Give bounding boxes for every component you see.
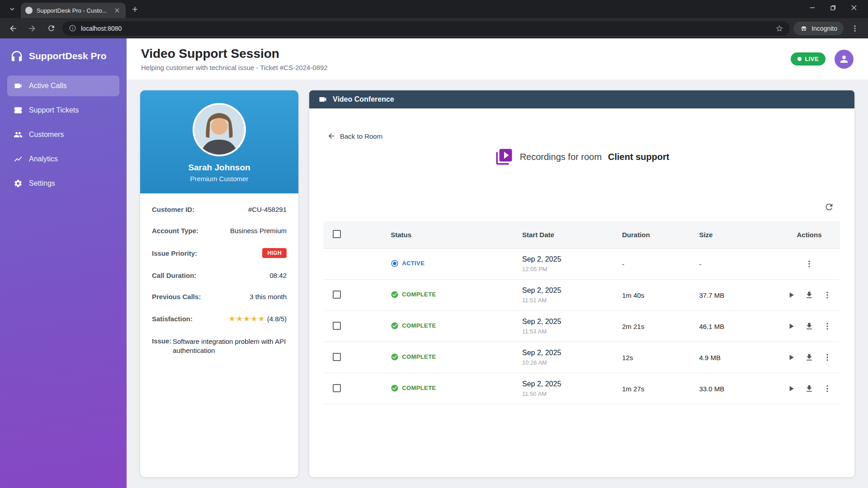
- minimize-button[interactable]: [802, 0, 823, 15]
- download-icon: [805, 322, 814, 331]
- status-label: COMPLETE: [402, 353, 436, 360]
- table-row: COMPLETE Sep 2, 2025 11:53 AM 2m 21s 46.…: [324, 311, 840, 342]
- customer-fields: Customer ID: #CU-458291 Account Type: Bu…: [140, 193, 298, 371]
- more-button[interactable]: [820, 381, 835, 396]
- play-button[interactable]: [784, 288, 798, 302]
- row-checkbox[interactable]: [333, 291, 341, 299]
- play-button[interactable]: [784, 381, 798, 396]
- recording-size: -: [693, 249, 778, 280]
- conference-panel: Video Conference Back to Room Recordings…: [309, 90, 854, 477]
- row-checkbox[interactable]: [333, 384, 341, 392]
- restore-button[interactable]: [823, 0, 844, 15]
- recordings-table: Status Start Date Duration Size Actions: [324, 221, 840, 404]
- sidebar-item-customers[interactable]: Customers: [7, 124, 119, 145]
- sidebar-item-support-tickets[interactable]: Support Tickets: [7, 100, 119, 121]
- status-badge: ACTIVE: [391, 259, 425, 267]
- table-row: COMPLETE Sep 2, 2025 11:50 AM 1m 27s 33.…: [324, 373, 840, 404]
- recording-duration: 2m 21s: [617, 311, 693, 342]
- field-account-type: Account Type: Business Premium: [152, 220, 287, 241]
- back-button[interactable]: [5, 21, 21, 36]
- conference-header: Video Conference: [309, 90, 854, 108]
- download-button[interactable]: [802, 350, 816, 365]
- forward-button[interactable]: [24, 21, 40, 36]
- more-button[interactable]: [820, 288, 835, 302]
- video-library-icon: [495, 147, 514, 166]
- site-info-icon[interactable]: [69, 24, 76, 32]
- column-header-duration: Duration: [617, 221, 693, 249]
- browser-menu-button[interactable]: [847, 21, 863, 36]
- sidebar-item-settings[interactable]: Settings: [7, 173, 119, 194]
- bookmark-star-icon[interactable]: [775, 24, 783, 33]
- more-button[interactable]: [820, 319, 835, 333]
- download-button[interactable]: [802, 288, 816, 302]
- field-label: Issue:: [152, 337, 171, 345]
- sidebar-item-label: Settings: [29, 179, 55, 188]
- browser-tabstrip: SupportDesk Pro - Custo...: [0, 0, 868, 18]
- more-button[interactable]: [802, 257, 816, 271]
- kebab-menu-icon: [823, 291, 832, 300]
- tab-title: SupportDesk Pro - Custo...: [37, 7, 109, 14]
- field-value: 08:42: [269, 272, 287, 279]
- tab-close-icon[interactable]: [113, 6, 121, 14]
- sidebar-item-active-calls[interactable]: Active Calls: [7, 75, 119, 96]
- incognito-label: Incognito: [811, 25, 837, 32]
- download-button[interactable]: [802, 381, 816, 396]
- chevron-down-icon: [9, 6, 15, 12]
- record-dot-icon: [391, 259, 399, 267]
- close-window-button[interactable]: [844, 0, 864, 15]
- recording-size: 37.7 MB: [693, 280, 778, 311]
- sidebar-item-label: Active Calls: [29, 82, 67, 90]
- field-call-duration: Call Duration: 08:42: [152, 265, 287, 286]
- page-title: Video Support Session: [141, 47, 328, 61]
- back-to-room-link[interactable]: Back to Room: [327, 132, 382, 140]
- sidebar-item-analytics[interactable]: Analytics: [7, 149, 119, 169]
- field-label: Account Type:: [152, 227, 198, 235]
- row-checkbox[interactable]: [333, 322, 341, 330]
- headset-icon: [10, 49, 24, 63]
- address-bar[interactable]: localhost:8080: [62, 21, 790, 36]
- tab-search-button[interactable]: [5, 2, 19, 16]
- customer-photo: [193, 103, 246, 156]
- recording-duration: -: [617, 249, 693, 280]
- table-row: ACTIVE Sep 2, 2025 12:05 PM - -: [324, 249, 840, 280]
- app-root: SupportDesk Pro Active Calls Support Tic…: [0, 38, 868, 488]
- status-badge: COMPLETE: [391, 353, 436, 361]
- browser-navbar: localhost:8080 Incognito: [0, 18, 868, 38]
- recording-date: Sep 2, 2025: [522, 255, 611, 263]
- field-label: Previous Calls:: [152, 293, 201, 300]
- conference-title: Video Conference: [333, 95, 394, 103]
- field-issue-priority: Issue Priority: HIGH: [152, 241, 287, 265]
- kebab-menu-icon: [823, 322, 832, 331]
- sidebar-item-label: Analytics: [29, 155, 58, 163]
- refresh-button[interactable]: [821, 199, 837, 215]
- download-button[interactable]: [802, 319, 816, 333]
- browser-tab[interactable]: SupportDesk Pro - Custo...: [21, 3, 126, 18]
- reload-button[interactable]: [43, 21, 59, 36]
- recording-duration: 1m 27s: [617, 373, 693, 404]
- gear-icon: [14, 179, 23, 188]
- status-badge: COMPLETE: [391, 384, 436, 392]
- play-icon: [787, 291, 796, 300]
- field-issue: Issue: Software integration problem with…: [152, 330, 287, 362]
- recording-duration: 12s: [617, 342, 693, 373]
- live-dot-icon: [797, 57, 802, 61]
- field-satisfaction: Satisfaction: ★★★★★(4.8/5): [152, 307, 287, 330]
- check-circle-icon: [391, 353, 399, 361]
- user-avatar-button[interactable]: [835, 50, 854, 69]
- recording-time: 12:05 PM: [522, 266, 611, 272]
- kebab-menu-icon: [823, 353, 832, 362]
- more-button[interactable]: [820, 350, 835, 365]
- play-button[interactable]: [784, 350, 798, 365]
- select-all-checkbox[interactable]: [333, 230, 341, 238]
- brand-label: SupportDesk Pro: [29, 51, 107, 61]
- play-icon: [787, 384, 796, 393]
- table-row: COMPLETE Sep 2, 2025 10:26 AM 12s 4.9 MB: [324, 342, 840, 373]
- download-icon: [805, 291, 814, 300]
- recording-size: 33.0 MB: [693, 373, 778, 404]
- play-button[interactable]: [784, 319, 798, 333]
- row-checkbox[interactable]: [333, 353, 341, 361]
- incognito-icon: [800, 24, 808, 33]
- new-tab-button[interactable]: [128, 3, 141, 15]
- sidebar-item-label: Customers: [29, 131, 64, 139]
- people-icon: [14, 130, 23, 139]
